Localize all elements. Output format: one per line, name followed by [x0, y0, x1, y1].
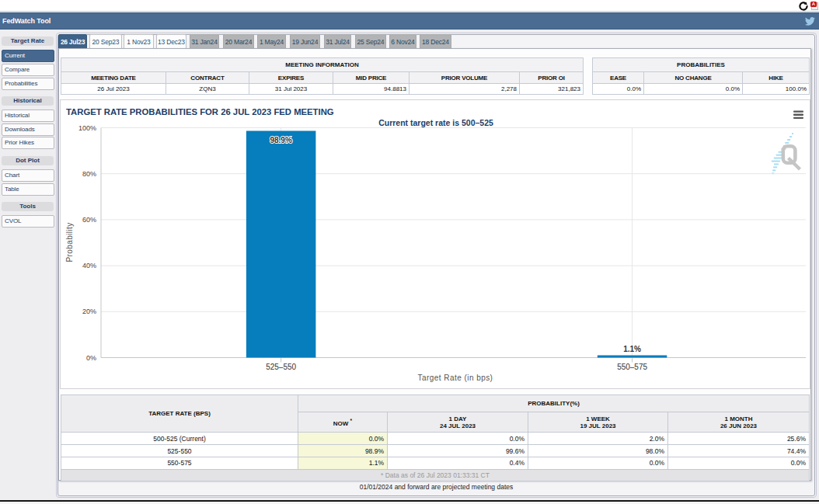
- svg-text:525–550: 525–550: [266, 363, 296, 371]
- svg-text:Current target rate is 500–525: Current target rate is 500–525: [378, 118, 493, 127]
- svg-text:Target Rate (in bps): Target Rate (in bps): [418, 374, 493, 382]
- svg-text:40%: 40%: [82, 262, 96, 269]
- svg-text:TARGET RATE PROBABILITIES FOR: TARGET RATE PROBABILITIES FOR 26 JUL 202…: [66, 107, 334, 116]
- svg-text:20%: 20%: [82, 308, 96, 315]
- svg-text:98.9%: 98.9%: [270, 136, 291, 144]
- svg-text:Probability: Probability: [65, 222, 74, 262]
- svg-text:1.1%: 1.1%: [623, 345, 641, 353]
- svg-text:80%: 80%: [82, 170, 96, 178]
- svg-text:100%: 100%: [78, 124, 96, 132]
- svg-text:0%: 0%: [86, 354, 96, 362]
- svg-text:60%: 60%: [82, 216, 96, 224]
- svg-text:550–575: 550–575: [617, 363, 647, 371]
